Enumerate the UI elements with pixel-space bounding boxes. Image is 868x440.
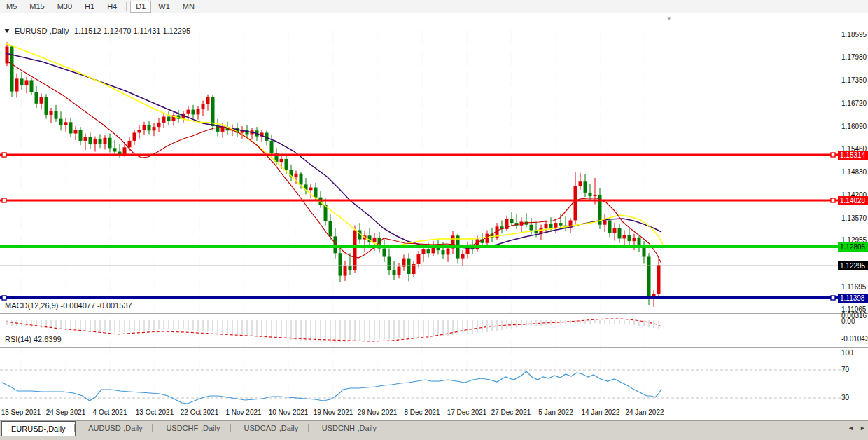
chart-shift-marker-icon[interactable]: ▼ <box>666 15 672 22</box>
candle-body <box>94 139 97 144</box>
candle-body <box>530 225 533 231</box>
axis-date-label: 24 Jan 2022 <box>625 408 664 416</box>
candle-body <box>584 181 587 193</box>
tab-scroll-right-icon[interactable]: ► <box>860 425 866 432</box>
axis-date-label: 10 Nov 2021 <box>269 408 309 416</box>
line-handle[interactable] <box>831 296 835 300</box>
axis-price-label: 1.14830 <box>841 168 868 176</box>
candle-body <box>300 174 303 185</box>
line-handle[interactable] <box>2 296 6 300</box>
rsi-line <box>2 371 662 404</box>
line-handle[interactable] <box>831 198 835 202</box>
candle-body <box>628 235 631 241</box>
candle-body <box>10 47 14 92</box>
price-badge: 1.11398 <box>838 294 868 303</box>
candle-body <box>559 223 563 226</box>
axis-price-label: 1.16090 <box>841 123 868 130</box>
axis-date-label: 8 Dec 2021 <box>404 408 440 416</box>
candle-body <box>162 117 166 123</box>
candle-body <box>383 249 386 257</box>
candle-body <box>35 92 38 104</box>
line-handle[interactable] <box>2 198 6 202</box>
axis-date-label: 5 Jan 2022 <box>538 408 573 416</box>
axis-price-label: 1.17350 <box>841 76 868 84</box>
chart-tab-audusd[interactable]: AUDUSD-,Daily <box>79 422 152 434</box>
candle-body <box>148 125 151 130</box>
candle-body <box>113 148 117 151</box>
axis-date-label: 27 Dec 2021 <box>491 408 531 416</box>
tab-scroll-left-icon[interactable]: ◄ <box>848 425 854 432</box>
tab-separator <box>386 424 386 432</box>
chart-tab-eurusd[interactable]: EURUSD-,Daily <box>1 421 76 436</box>
candle-body <box>349 266 352 270</box>
timeframe-button-m30[interactable]: M30 <box>52 1 78 13</box>
chart-tab-usdcad[interactable]: USDCAD-,Daily <box>235 422 308 434</box>
candle-body <box>447 249 450 255</box>
timeframe-button-h4[interactable]: H4 <box>102 1 122 13</box>
axis-date-label: 22 Oct 2021 <box>181 408 218 416</box>
ohlc-values: 1.11512 1.12470 1.11431 1.12295 <box>74 27 191 35</box>
candle-body <box>648 257 651 298</box>
candle-body <box>25 80 29 85</box>
candle-body <box>74 130 78 133</box>
candle-body <box>550 224 553 228</box>
candle-body <box>574 186 578 220</box>
candle-body <box>589 193 592 196</box>
candle-body <box>79 130 83 141</box>
axis-price-label: 70 <box>841 366 868 373</box>
line-handle[interactable] <box>2 153 6 157</box>
candle-body <box>427 249 430 253</box>
timeframe-button-h1[interactable]: H1 <box>79 1 100 13</box>
candle-body <box>211 97 215 126</box>
date-axis: 15 Sep 202124 Sep 20214 Oct 202113 Oct 2… <box>0 405 868 420</box>
chart-canvas[interactable] <box>0 13 868 420</box>
candle-body <box>309 188 313 191</box>
price-badge: 1.15314 <box>838 151 868 160</box>
chart-area[interactable]: EURUSD-,Daily 1.11512 1.12470 1.11431 1.… <box>0 13 868 420</box>
candle-body <box>158 123 161 127</box>
line-handle[interactable] <box>831 153 835 157</box>
candle-body <box>398 267 401 275</box>
candle-body <box>623 235 626 238</box>
candle-body <box>314 188 318 198</box>
axis-price-label: 1.16720 <box>841 99 868 107</box>
candle-body <box>407 259 411 274</box>
candle-body <box>657 265 661 294</box>
timeframe-button-d1[interactable]: D1 <box>130 1 151 13</box>
axis-price-label: 1.18595 <box>841 31 868 39</box>
candle-body <box>192 110 195 115</box>
axis-date-label: 19 Nov 2021 <box>314 408 354 416</box>
tab-separator <box>230 424 231 432</box>
axis-price-label: 100 <box>841 349 868 357</box>
candle-body <box>89 137 92 144</box>
timeframe-button-w1[interactable]: W1 <box>153 1 176 13</box>
axis-date-label: 24 Sep 2021 <box>46 408 86 416</box>
candle-body <box>417 254 421 264</box>
candle-body <box>99 139 102 144</box>
candle-body <box>603 220 607 224</box>
chart-tabbar: EURUSD-,DailyAUDUSD-,DailyUSDCHF-,DailyU… <box>0 420 868 440</box>
chart-title: EURUSD-,Daily 1.11512 1.12470 1.11431 1.… <box>4 27 190 35</box>
axis-price-label: 30 <box>841 394 868 401</box>
timeframe-button-m15[interactable]: M15 <box>24 1 50 13</box>
candle-body <box>393 270 396 275</box>
candle-body <box>422 249 426 254</box>
axis-date-label: 17 Dec 2021 <box>447 408 487 416</box>
candle-body <box>608 220 612 233</box>
candle-body <box>143 125 146 130</box>
tab-separator <box>74 424 75 432</box>
candle-body <box>104 138 107 144</box>
symbol-dropdown-icon[interactable] <box>4 29 10 33</box>
timeframe-button-m5[interactable]: M5 <box>1 1 22 13</box>
candle-body <box>579 181 582 186</box>
candle-body <box>545 224 548 228</box>
candle-body <box>45 97 48 115</box>
candle-body <box>633 238 636 241</box>
toolbar-separator <box>126 2 127 11</box>
chart-tab-usdchf[interactable]: USDCHF-,Daily <box>157 422 229 434</box>
candle-body <box>55 111 58 118</box>
timeframe-button-mn[interactable]: MN <box>177 1 200 13</box>
candle-body <box>554 223 558 228</box>
candle-body <box>280 159 284 162</box>
chart-tab-usdcnh[interactable]: USDCNH-,Daily <box>313 422 386 434</box>
